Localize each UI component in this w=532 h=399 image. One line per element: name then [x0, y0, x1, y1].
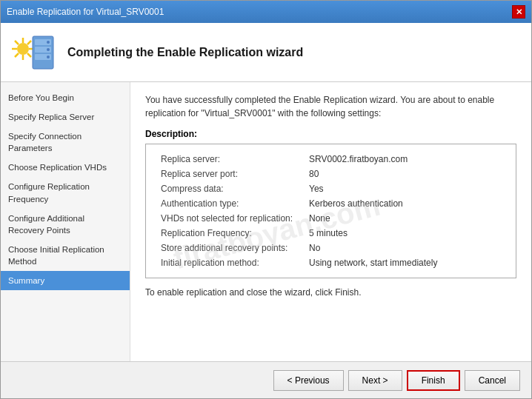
- table-row: Replica server port:80: [157, 167, 505, 181]
- setting-value: 5 minutes: [305, 226, 505, 241]
- wizard-header: Completing the Enable Replication wizard: [1, 23, 531, 82]
- setting-label: Compress data:: [157, 181, 305, 196]
- description-label: Description:: [145, 129, 516, 139]
- close-button[interactable]: ✕: [512, 5, 525, 19]
- setting-label: Authentication type:: [157, 196, 305, 211]
- setting-label: Replica server:: [157, 152, 305, 167]
- svg-line-8: [15, 53, 19, 57]
- table-row: Store additional recovery points:No: [157, 241, 505, 255]
- setting-value: Yes: [305, 181, 505, 196]
- sidebar-item-summary[interactable]: Summary: [1, 271, 130, 290]
- setting-value: Using network, start immediately: [305, 255, 505, 270]
- sidebar-item-configure-additional-recovery[interactable]: Configure Additional Recovery Points: [1, 209, 130, 240]
- setting-label: Store additional recovery points:: [157, 241, 305, 255]
- title-bar: Enable Replication for Virtual_SRV0001 ✕: [1, 1, 531, 23]
- settings-table: Replica server:SRV0002.firatboyan.comRep…: [157, 152, 505, 270]
- sidebar-item-choose-replication-vhds[interactable]: Choose Replication VHDs: [1, 158, 130, 177]
- main-window: Enable Replication for Virtual_SRV0001 ✕: [0, 0, 532, 399]
- setting-value: None: [305, 211, 505, 226]
- setting-value: SRV0002.firatboyan.com: [305, 152, 505, 167]
- description-box: Replica server:SRV0002.firatboyan.comRep…: [145, 144, 516, 278]
- setting-value: Kerberos authentication: [305, 196, 505, 211]
- setting-value: 80: [305, 167, 505, 181]
- sidebar-item-choose-initial-replication[interactable]: Choose Initial Replication Method: [1, 240, 130, 271]
- setting-label: Replica server port:: [157, 167, 305, 181]
- sidebar-item-specify-connection[interactable]: Specify Connection Parameters: [1, 127, 130, 158]
- intro-text: You have successfully completed the Enab…: [145, 93, 516, 120]
- table-row: VHDs not selected for replication:None: [157, 211, 505, 226]
- setting-label: Replication Frequency:: [157, 226, 305, 241]
- sidebar-item-specify-replica-server[interactable]: Specify Replica Server: [1, 107, 130, 127]
- svg-point-15: [47, 56, 50, 58]
- window-title: Enable Replication for Virtual_SRV0001: [7, 7, 164, 17]
- setting-label: Initial replication method:: [157, 255, 305, 270]
- table-row: Initial replication method:Using network…: [157, 255, 505, 270]
- table-row: Authentication type:Kerberos authenticat…: [157, 196, 505, 211]
- svg-point-14: [47, 48, 50, 51]
- wizard-icon: [12, 30, 56, 75]
- wizard-title: Completing the Enable Replication wizard: [67, 46, 303, 59]
- main-content: You have successfully completed the Enab…: [130, 82, 531, 361]
- setting-value: No: [305, 241, 505, 255]
- setting-label: VHDs not selected for replication:: [157, 211, 305, 226]
- next-button[interactable]: Next >: [348, 370, 402, 391]
- sidebar-item-configure-replication-frequency[interactable]: Configure Replication Frequency: [1, 177, 130, 208]
- sidebar-item-before-you-begin[interactable]: Before You Begin: [1, 88, 130, 107]
- sidebar: Before You Begin Specify Replica Server …: [1, 82, 130, 361]
- table-row: Replication Frequency:5 minutes: [157, 226, 505, 241]
- svg-point-0: [17, 43, 29, 55]
- table-row: Compress data:Yes: [157, 181, 505, 196]
- table-row: Replica server:SRV0002.firatboyan.com: [157, 152, 505, 167]
- svg-point-13: [47, 41, 50, 44]
- svg-line-6: [27, 53, 31, 57]
- svg-line-5: [15, 41, 19, 44]
- previous-button[interactable]: < Previous: [273, 370, 344, 391]
- svg-line-7: [27, 41, 31, 44]
- footer-buttons: < Previous Next > Finish Cancel: [1, 361, 531, 398]
- finish-instruction: To enable replication and close the wiza…: [145, 287, 516, 298]
- finish-button[interactable]: Finish: [407, 370, 460, 391]
- cancel-button[interactable]: Cancel: [465, 370, 520, 391]
- content-area: Before You Begin Specify Replica Server …: [1, 82, 531, 361]
